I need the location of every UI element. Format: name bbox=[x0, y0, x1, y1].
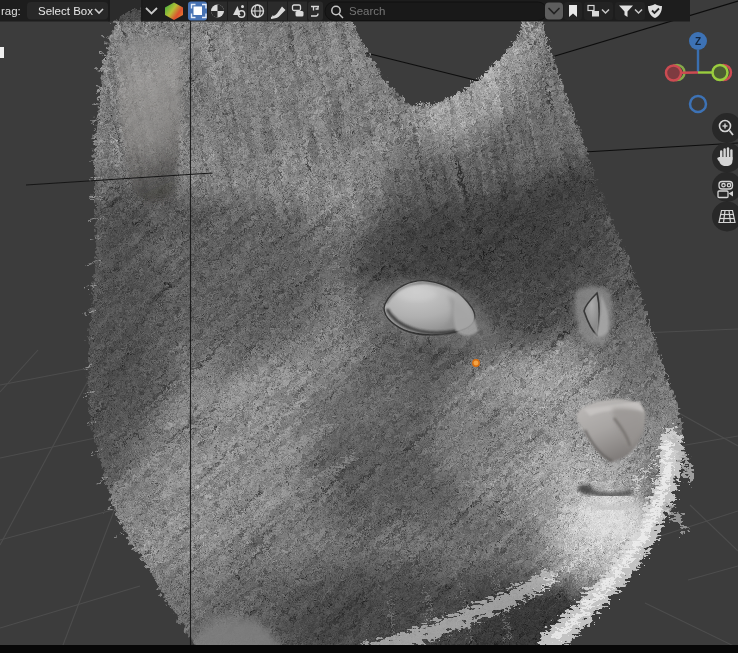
svg-text:Select Box: Select Box bbox=[38, 5, 93, 17]
svg-text:Search: Search bbox=[349, 5, 385, 17]
svg-text:Z: Z bbox=[695, 36, 701, 47]
svg-text:rag:: rag: bbox=[1, 5, 21, 17]
